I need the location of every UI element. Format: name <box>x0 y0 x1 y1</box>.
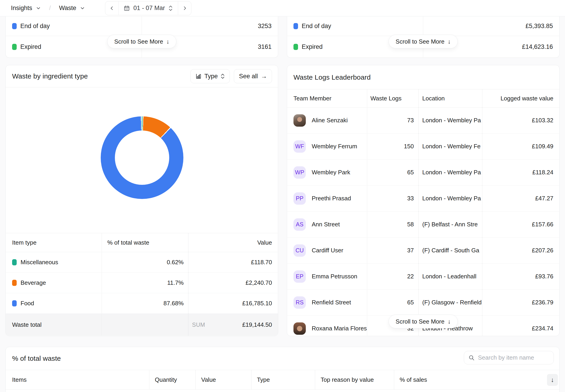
total-label: Waste total <box>12 321 42 328</box>
see-all-button[interactable]: See all → <box>234 69 272 83</box>
column-header: Items <box>6 370 149 389</box>
percent-value: 0.62% <box>102 252 188 272</box>
avatar-photo <box>293 322 306 335</box>
legend-swatch <box>293 44 298 50</box>
chevron-right-icon <box>182 5 188 11</box>
arrow-down-icon: ↓ <box>448 318 451 325</box>
table-row: End of day £5,393.85 <box>287 16 559 36</box>
waste-logs-count: 65 <box>367 290 419 315</box>
waste-logs-count: 37 <box>367 238 419 263</box>
item-type-label: Beverage <box>21 279 46 286</box>
table-row: PPPreethi Prasad 33 London - Wembley Pa … <box>287 185 559 211</box>
waste-logs-leaderboard-card: Waste Logs Leaderboard Team Member Waste… <box>287 65 560 336</box>
waste-logs-count: 150 <box>367 133 419 159</box>
location-text: (F) Belfast - Ann Stre <box>422 221 478 228</box>
stat-value: 3253 <box>142 16 278 36</box>
arrow-down-icon: ↓ <box>448 38 451 45</box>
table-row: End of day 3253 <box>6 16 278 36</box>
table-row: Beverage 11.7% £2,240.70 <box>6 273 278 293</box>
member-name: Preethi Prasad <box>312 195 351 202</box>
column-header: Waste Logs <box>367 89 419 107</box>
location-text: (F) Glasgow - Renfield <box>422 299 482 306</box>
stat-label: End of day <box>20 23 50 30</box>
donut-chart <box>101 116 183 199</box>
location-text: London - Wembley Fe <box>422 143 480 150</box>
percent-total-waste-card: % of total waste Items Quantity Value Ty… <box>5 347 560 392</box>
scroll-to-see-more-button[interactable]: Scroll to See More ↓ <box>389 315 458 328</box>
table-row: WFWembley Ferrum 150 London - Wembley Fe… <box>287 133 559 159</box>
waste-count-card: End of day 3253 Expired 3161 Scroll to S… <box>5 16 278 58</box>
table-row: CUCardiff User 37 (F) Cardiff - South Ga… <box>287 238 559 264</box>
sum-label: SUM <box>192 322 205 328</box>
breadcrumb-separator: / <box>49 5 51 12</box>
member-name: Cardiff User <box>312 247 343 254</box>
download-button[interactable]: ↓ <box>547 374 558 386</box>
table-row: WPWembley Park 65 London - Wembley Pa £1… <box>287 159 559 185</box>
table-row: Miscellaneous 0.62% £118.70 <box>6 252 278 273</box>
date-range-picker: 01 - 07 Mar <box>105 1 191 15</box>
logged-waste-value: £109.49 <box>482 133 560 159</box>
avatar: RS <box>293 296 306 309</box>
logged-waste-value: £103.32 <box>482 108 560 133</box>
next-period-button[interactable] <box>178 1 191 15</box>
search-input-wrapper <box>464 351 554 364</box>
page-title: Waste Logs Leaderboard <box>293 73 559 81</box>
legend-swatch <box>12 44 17 50</box>
table-row: EPEmma Petrusson 22 London - Leadenhall … <box>287 264 559 290</box>
scroll-to-see-more-button[interactable]: Scroll to See More ↓ <box>107 35 176 48</box>
column-header: Top reason by value <box>315 370 394 389</box>
currency-value: £2,240.70 <box>188 273 278 293</box>
chevron-down-icon <box>80 6 85 11</box>
updown-stepper-icon <box>221 73 225 79</box>
logged-waste-value: £236.79 <box>482 290 560 315</box>
arrow-right-icon: → <box>261 73 267 80</box>
donut-chart-area <box>6 87 278 233</box>
waste-by-ingredient-type-card: Waste by ingredient type Type Se <box>5 65 278 336</box>
waste-label: Waste <box>59 5 76 12</box>
table-row: ASAnn Street 58 (F) Belfast - Ann Stre £… <box>287 211 559 238</box>
member-name: Renfield Street <box>312 299 351 306</box>
avatar-photo <box>293 114 306 127</box>
member-name: Emma Petrusson <box>312 273 357 280</box>
page-title: Waste by ingredient type <box>12 72 190 80</box>
top-nav: Insights / Waste <box>0 0 565 16</box>
legend-swatch <box>12 23 17 29</box>
arrow-down-icon: ↓ <box>166 38 170 45</box>
item-type-label: Miscellaneous <box>21 259 58 266</box>
search-icon <box>468 355 475 361</box>
member-name: Aline Senzaki <box>312 117 348 124</box>
insights-label: Insights <box>11 5 32 12</box>
waste-logs-count: 22 <box>367 264 419 289</box>
waste-dropdown[interactable]: Waste <box>59 5 85 12</box>
logged-waste-value: £157.66 <box>482 211 560 237</box>
location-text: (F) Cardiff - South Ga <box>422 247 479 254</box>
logged-waste-value: £93.76 <box>482 264 560 289</box>
waste-logs-count: 73 <box>367 108 419 133</box>
scroll-to-see-more-button[interactable]: Scroll to See More ↓ <box>389 35 458 48</box>
column-header: % of sales <box>394 370 560 389</box>
table-row: RSRenfield Street 65 (F) Glasgow - Renfi… <box>287 290 559 316</box>
waste-value-card: End of day £5,393.85 Expired £14,623.16 … <box>287 16 560 58</box>
insights-dropdown[interactable]: Insights <box>11 5 41 12</box>
date-range-button[interactable]: 01 - 07 Mar <box>118 1 178 15</box>
column-header: Value <box>188 233 278 252</box>
column-header: Value <box>196 370 251 389</box>
item-type-label: Food <box>21 300 34 307</box>
location-text: London - Wembley Pa <box>422 169 481 176</box>
column-header: Item type <box>6 233 102 252</box>
prev-period-button[interactable] <box>105 1 118 15</box>
item-table-header: Item type % of total waste Value <box>6 233 278 252</box>
avatar: WP <box>293 166 306 179</box>
logged-waste-value: £234.74 <box>482 316 560 336</box>
column-header: % of total waste <box>102 233 188 252</box>
calendar-icon <box>124 5 130 11</box>
logged-waste-value: £118.24 <box>482 159 560 185</box>
member-name: Ann Street <box>312 221 340 228</box>
table-row: Food 87.68% £16,785.10 <box>6 293 278 314</box>
member-name: Roxana Maria Flores <box>312 325 367 332</box>
member-name: Wembley Ferrum <box>312 143 357 150</box>
total-value: £19,144.50 <box>242 321 272 328</box>
chart-type-select[interactable]: Type <box>190 69 230 83</box>
search-input[interactable] <box>478 354 549 361</box>
member-name: Wembley Park <box>312 169 350 176</box>
